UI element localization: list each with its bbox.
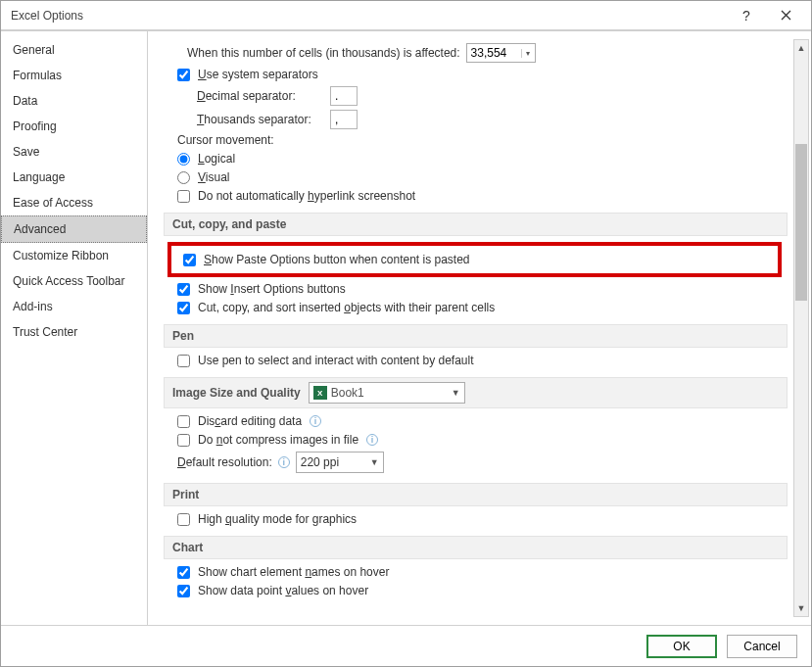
scroll-thumb[interactable] — [795, 144, 807, 301]
highlight-paste-options: Show Paste Options button when content i… — [167, 242, 782, 277]
chart-element-names-label: Show chart element names on hover — [198, 565, 389, 579]
sidebar: General Formulas Data Proofing Save Lang… — [1, 31, 148, 625]
chart-data-values-label: Show data point values on hover — [198, 584, 368, 597]
no-auto-hyperlink-checkbox[interactable] — [177, 190, 190, 203]
close-button[interactable] — [766, 2, 805, 29]
no-compress-row: Do not compress images in file i — [177, 433, 788, 447]
sidebar-item-add-ins[interactable]: Add-ins — [1, 294, 147, 319]
chart-data-values-checkbox[interactable] — [177, 585, 190, 597]
excel-icon: X — [313, 386, 327, 400]
use-system-separators-checkbox[interactable] — [177, 69, 190, 81]
default-resolution-row: Default resolution: i 220 ppi ▼ — [177, 452, 788, 473]
decimal-separator-input[interactable] — [330, 86, 358, 106]
image-target-value: Book1 — [331, 386, 364, 400]
close-icon — [781, 10, 791, 21]
scroll-track[interactable] — [794, 56, 808, 600]
sidebar-item-quick-access-toolbar[interactable]: Quick Access Toolbar — [1, 268, 147, 294]
cells-affected-row: When this number of cells (in thousands)… — [187, 43, 788, 63]
sidebar-item-language[interactable]: Language — [1, 165, 147, 190]
no-compress-checkbox[interactable] — [177, 434, 190, 447]
no-compress-label: Do not compress images in file — [198, 433, 358, 447]
no-auto-hyperlink-label: Do not automatically hyperlink screensho… — [198, 189, 415, 203]
chart-element-names-checkbox[interactable] — [177, 566, 190, 579]
sidebar-item-customize-ribbon[interactable]: Customize Ribbon — [1, 243, 147, 268]
dialog-title: Excel Options — [11, 9, 727, 23]
chevron-down-icon: ▼ — [370, 457, 379, 467]
high-quality-row: High quality mode for graphics — [177, 512, 788, 526]
sidebar-item-proofing[interactable]: Proofing — [1, 114, 147, 139]
show-paste-options-label: Show Paste Options button when content i… — [204, 253, 470, 266]
chart-data-values-row: Show data point values on hover — [177, 584, 788, 597]
dialog-body: General Formulas Data Proofing Save Lang… — [1, 30, 811, 625]
default-resolution-value: 220 ppi — [301, 455, 339, 469]
show-paste-options-row: Show Paste Options button when content i… — [183, 253, 772, 266]
section-image-size-quality: Image Size and Quality X Book1 ▼ — [164, 377, 788, 408]
section-chart: Chart — [164, 536, 788, 559]
thousands-separator-input[interactable] — [330, 110, 358, 129]
cursor-logical-label: Logical — [198, 152, 235, 166]
cursor-movement-label: Cursor movement: — [177, 133, 274, 147]
sidebar-item-general[interactable]: General — [1, 37, 147, 63]
cursor-visual-radio[interactable] — [177, 171, 190, 184]
sidebar-item-formulas[interactable]: Formulas — [1, 63, 147, 88]
chevron-down-icon: ▼ — [452, 388, 460, 398]
thousands-separator-row: Thousands separator: — [197, 110, 788, 129]
cursor-visual-row: Visual — [177, 170, 788, 184]
discard-editing-row: Discard editing data i — [177, 414, 788, 428]
section-cut-copy-paste: Cut, copy, and paste — [164, 213, 788, 236]
help-button[interactable]: ? — [727, 2, 766, 29]
cursor-movement-label-row: Cursor movement: — [177, 133, 788, 147]
sidebar-item-data[interactable]: Data — [1, 88, 147, 114]
scroll-down-arrow-icon[interactable]: ▼ — [794, 600, 808, 616]
show-insert-options-row: Show Insert Options buttons — [177, 282, 788, 296]
info-icon[interactable]: i — [366, 434, 378, 446]
cut-sort-objects-checkbox[interactable] — [177, 302, 190, 314]
sidebar-item-save[interactable]: Save — [1, 139, 147, 165]
no-auto-hyperlink-row: Do not automatically hyperlink screensho… — [177, 189, 788, 203]
default-resolution-label: Default resolution: — [177, 455, 272, 469]
titlebar: Excel Options ? — [1, 1, 811, 30]
default-resolution-dropdown[interactable]: 220 ppi ▼ — [296, 452, 384, 473]
use-pen-checkbox[interactable] — [177, 355, 190, 367]
decimal-separator-row: Decimal separator: — [197, 86, 788, 106]
content-area: When this number of cells (in thousands)… — [148, 31, 811, 625]
vertical-scrollbar[interactable]: ▲ ▼ — [793, 39, 809, 617]
cells-affected-label: When this number of cells (in thousands)… — [187, 46, 460, 60]
advanced-content: When this number of cells (in thousands)… — [158, 39, 791, 617]
sidebar-item-ease-of-access[interactable]: Ease of Access — [1, 190, 147, 215]
use-pen-row: Use pen to select and interact with cont… — [177, 354, 788, 367]
info-icon[interactable]: i — [278, 456, 290, 468]
thousands-separator-label: Thousands separator: — [197, 113, 324, 126]
dialog-footer: OK Cancel — [1, 625, 811, 666]
cursor-logical-radio[interactable] — [177, 153, 190, 166]
cut-sort-objects-row: Cut, copy, and sort inserted objects wit… — [177, 301, 788, 314]
cancel-button[interactable]: Cancel — [727, 635, 797, 658]
high-quality-label: High quality mode for graphics — [198, 512, 357, 526]
high-quality-checkbox[interactable] — [177, 513, 190, 526]
spinner-icon[interactable]: ▾ — [521, 49, 535, 58]
section-pen: Pen — [164, 324, 788, 348]
cells-affected-input[interactable] — [467, 44, 521, 62]
use-system-separators-label: Use system separators — [198, 68, 318, 81]
excel-options-dialog: Excel Options ? General Formulas Data Pr… — [0, 0, 812, 667]
use-pen-label: Use pen to select and interact with cont… — [198, 354, 474, 367]
use-system-separators-row: Use system separators — [177, 68, 788, 81]
chart-element-names-row: Show chart element names on hover — [177, 565, 788, 579]
decimal-separator-label: Decimal separator: — [197, 89, 324, 103]
discard-editing-label: Discard editing data — [198, 414, 302, 428]
show-paste-options-checkbox[interactable] — [183, 254, 196, 266]
cursor-logical-row: Logical — [177, 152, 788, 166]
scroll-up-arrow-icon[interactable]: ▲ — [794, 40, 808, 56]
discard-editing-checkbox[interactable] — [177, 415, 190, 428]
section-print: Print — [164, 483, 788, 506]
sidebar-item-trust-center[interactable]: Trust Center — [1, 319, 147, 345]
ok-button[interactable]: OK — [646, 635, 717, 658]
cursor-visual-label: Visual — [198, 170, 229, 184]
sidebar-item-advanced[interactable]: Advanced — [1, 215, 147, 243]
show-insert-options-checkbox[interactable] — [177, 283, 190, 296]
info-icon[interactable]: i — [310, 415, 321, 427]
show-insert-options-label: Show Insert Options buttons — [198, 282, 346, 296]
cut-sort-objects-label: Cut, copy, and sort inserted objects wit… — [198, 301, 495, 314]
image-target-dropdown[interactable]: X Book1 ▼ — [309, 382, 465, 404]
